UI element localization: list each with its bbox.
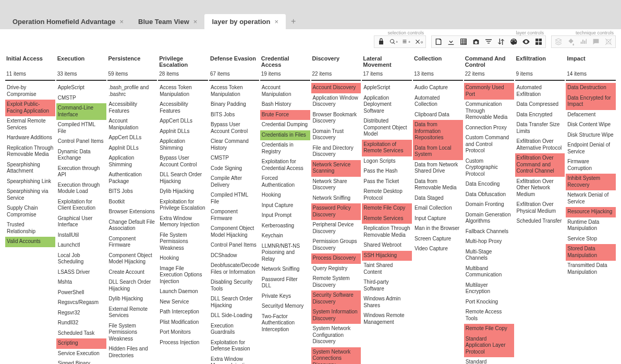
technique-cell[interactable]: AppInit DLLs: [158, 127, 208, 137]
color-setup-icon[interactable]: [509, 38, 518, 46]
technique-cell[interactable]: Remote Access Tools: [464, 307, 514, 324]
technique-cell[interactable]: Compiled HTML File: [209, 190, 259, 207]
technique-cell[interactable]: Remote Desktop Protocol: [362, 187, 412, 203]
technique-cell[interactable]: Network Service Scanning: [311, 160, 361, 177]
technique-cell[interactable]: Application Shimming: [158, 137, 208, 153]
add-tab-button[interactable]: +: [286, 14, 301, 29]
technique-cell[interactable]: Data from Local System: [413, 143, 463, 160]
technique-cell[interactable]: Connection Proxy: [464, 123, 514, 134]
technique-cell[interactable]: Network Sniffing: [311, 193, 361, 204]
technique-cell[interactable]: DLL Search Order Hijacking: [107, 277, 157, 294]
tactic-header[interactable]: Execution: [56, 54, 106, 70]
technique-cell[interactable]: Domain Fronting: [464, 200, 514, 210]
technique-cell[interactable]: Code Signing: [209, 164, 259, 174]
technique-cell[interactable]: System Information Discovery: [311, 307, 361, 324]
technique-cell[interactable]: Compile After Delivery: [209, 174, 259, 190]
technique-cell[interactable]: Taint Shared Content: [362, 261, 412, 277]
technique-cell[interactable]: Exploit Public-Facing Application: [5, 100, 55, 116]
technique-cell[interactable]: System Network Connections Discovery: [311, 347, 361, 365]
camera-icon[interactable]: [472, 38, 480, 46]
tactic-header[interactable]: Collection: [413, 54, 463, 70]
technique-cell[interactable]: Exploitation for Defense Evasion: [209, 338, 259, 355]
technique-cell[interactable]: Dylib Hijacking: [107, 294, 157, 305]
technique-cell[interactable]: Process Discovery: [311, 253, 361, 264]
technique-cell[interactable]: Automated Collection: [413, 93, 463, 110]
search-icon[interactable]: +: [389, 38, 398, 46]
download-icon[interactable]: [447, 38, 455, 46]
technique-cell[interactable]: Password Filter DLL: [260, 275, 310, 292]
technique-cell[interactable]: DLL Search Order Hijacking: [209, 294, 259, 311]
technique-cell[interactable]: PowerShell: [56, 288, 106, 298]
technique-cell[interactable]: Drive-by Compromise: [5, 83, 55, 100]
technique-cell[interactable]: Browser Extensions: [107, 207, 157, 217]
tactic-header[interactable]: Impact: [566, 54, 616, 70]
technique-cell[interactable]: DLL Side-Loading: [209, 311, 259, 321]
technique-cell[interactable]: Distributed Component Object Model: [362, 116, 412, 140]
technique-cell[interactable]: Hidden Files and Directories: [107, 344, 157, 361]
technique-cell[interactable]: Keychain: [260, 231, 310, 241]
technique-cell[interactable]: Execution through API: [56, 164, 106, 180]
technique-cell[interactable]: Windows Admin Shares: [362, 294, 412, 311]
technique-cell[interactable]: Password Policy Discovery: [311, 203, 361, 220]
technique-cell[interactable]: File and Directory Discovery: [311, 143, 361, 160]
technique-cell[interactable]: Bypass User Account Control: [158, 153, 208, 170]
technique-cell[interactable]: Firmware Corruption: [566, 157, 616, 174]
technique-cell[interactable]: Trusted Relationship: [5, 220, 55, 237]
technique-cell[interactable]: Replication Through Removable Media: [362, 224, 412, 240]
technique-cell[interactable]: Graphical User Interface: [56, 214, 106, 230]
technique-cell[interactable]: Hooking: [158, 253, 208, 264]
tab[interactable]: layer by operation×: [204, 14, 286, 29]
technique-cell[interactable]: Input Capture: [413, 214, 463, 224]
technique-cell[interactable]: Scripting: [56, 338, 106, 349]
technique-cell[interactable]: Domain Trust Discovery: [311, 127, 361, 143]
technique-cell[interactable]: Clipboard Data: [413, 110, 463, 120]
technique-cell[interactable]: Private Keys: [260, 292, 310, 302]
technique-cell[interactable]: Component Firmware: [107, 234, 157, 251]
technique-cell[interactable]: Peripheral Device Discovery: [311, 220, 361, 237]
technique-cell[interactable]: Path Interception: [158, 307, 208, 318]
technique-cell[interactable]: Remote Services: [362, 214, 412, 224]
technique-cell[interactable]: Network Sniffing: [260, 264, 310, 275]
technique-cell[interactable]: Service Execution: [56, 349, 106, 359]
technique-cell[interactable]: Domain Generation Algorithms: [464, 210, 514, 227]
technique-cell[interactable]: Query Registry: [311, 264, 361, 274]
technique-cell[interactable]: Forced Authentication: [260, 174, 310, 190]
technique-cell[interactable]: Multi-hop Proxy: [464, 237, 514, 247]
clear-annotations-icon[interactable]: [604, 38, 613, 46]
technique-cell[interactable]: Data from Information Repositories: [413, 120, 463, 143]
technique-cell[interactable]: Permission Groups Discovery: [311, 237, 361, 253]
technique-cell[interactable]: Network Share Discovery: [311, 177, 361, 193]
technique-cell[interactable]: Spearphishing Attachment: [5, 160, 55, 177]
technique-cell[interactable]: Spearphishing via Service: [5, 187, 55, 203]
technique-cell[interactable]: Bootkit: [107, 197, 157, 208]
technique-cell[interactable]: Launchctl: [56, 240, 106, 251]
technique-cell[interactable]: Windows Remote Management: [362, 311, 412, 327]
visibility-icon[interactable]: [522, 38, 530, 46]
technique-cell[interactable]: Exploitation of Remote Services: [362, 140, 412, 156]
technique-cell[interactable]: DLL Search Order Hijacking: [158, 170, 208, 187]
technique-cell[interactable]: Account Manipulation: [260, 83, 310, 100]
technique-cell[interactable]: Pass the Ticket: [362, 177, 412, 187]
technique-cell[interactable]: Spearphishing Link: [5, 177, 55, 187]
filter-icon[interactable]: [484, 38, 493, 46]
technique-cell[interactable]: Account Discovery: [311, 83, 361, 93]
technique-cell[interactable]: Inhibit System Recovery: [566, 174, 616, 190]
technique-cell[interactable]: Accessibility Features: [107, 100, 157, 116]
technique-cell[interactable]: BITS Jobs: [107, 187, 157, 197]
technique-cell[interactable]: Valid Accounts: [5, 237, 55, 247]
tactic-header[interactable]: Privilege Escalation: [158, 54, 208, 70]
technique-cell[interactable]: Change Default File Association: [107, 217, 157, 234]
technique-cell[interactable]: Local Job Scheduling: [56, 251, 106, 268]
technique-cell[interactable]: Credential Dumping: [260, 120, 310, 130]
technique-cell[interactable]: Two-Factor Authentication Interception: [260, 312, 310, 335]
technique-cell[interactable]: Launch Daemon: [158, 287, 208, 297]
technique-cell[interactable]: File System Permissions Weakness: [107, 321, 157, 345]
technique-cell[interactable]: InstallUtil: [56, 230, 106, 241]
technique-cell[interactable]: Mshta: [56, 277, 106, 288]
tab[interactable]: Blue Team View×: [131, 14, 204, 29]
technique-cell[interactable]: Data Encrypted for Impact: [566, 93, 616, 110]
technique-cell[interactable]: Credentials in Registry: [260, 140, 310, 157]
technique-cell[interactable]: Exfiltration Over Other Network Medium: [515, 177, 565, 200]
export-table-icon[interactable]: [459, 38, 468, 46]
technique-cell[interactable]: Email Collection: [413, 203, 463, 214]
